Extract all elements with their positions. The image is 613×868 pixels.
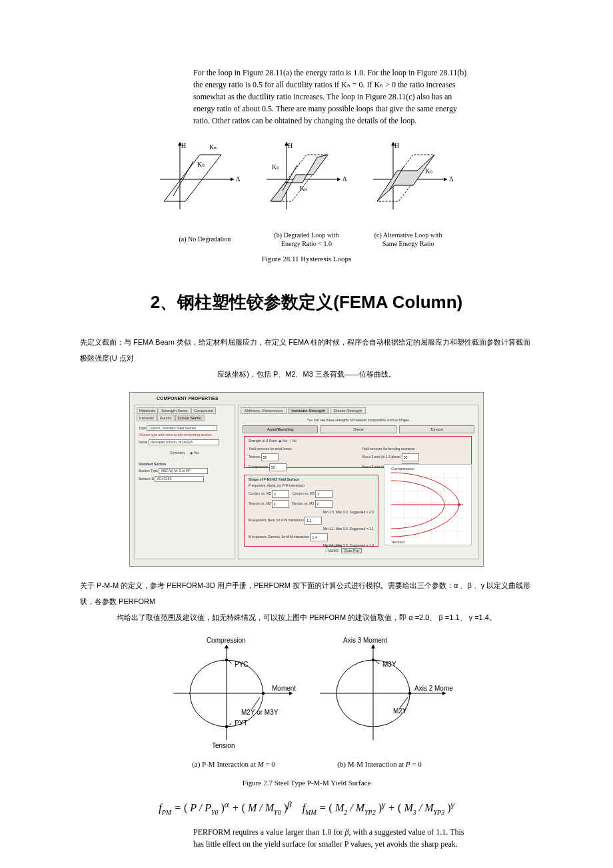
yield-bending-label: Yield stresses for bending moments : bbox=[362, 447, 467, 451]
tm3-input[interactable] bbox=[315, 500, 332, 508]
cm2-input[interactable] bbox=[272, 490, 289, 498]
svg-text:Axis 2 Moment: Axis 2 Moment bbox=[414, 685, 453, 692]
hint-text: You can use these strengths for inelasti… bbox=[243, 418, 474, 423]
beta-hint: Min 1.1, Max 3.0, Suggested = 1.1 bbox=[249, 527, 374, 531]
svg-text:PYC: PYC bbox=[235, 661, 249, 668]
section-2-heading: 2、钢柱塑性铰参数定义(FEMA Column) bbox=[80, 291, 533, 314]
tm2-input[interactable] bbox=[272, 500, 289, 508]
tab-strength-sects[interactable]: Strength Sects bbox=[159, 407, 190, 414]
yield-surface-svg: Compression PYC Moment M2Y or M3Y PYT Te… bbox=[160, 635, 453, 755]
tab-cross-sects[interactable]: Cross Sects. bbox=[175, 415, 205, 421]
alpha-hint: Min 1.5, Max 3.0, Suggested = 2.0 bbox=[249, 510, 374, 515]
section-type-dropdown[interactable]: AISC W, M, S or HP bbox=[159, 468, 208, 474]
symmetry-label: Symmetry bbox=[170, 451, 185, 455]
svg-text:Compression: Compression bbox=[207, 637, 246, 644]
gamma-label: M exponent, Gamma, for M-M interaction bbox=[249, 535, 309, 539]
type-label: Type bbox=[139, 426, 146, 430]
svg-text:Axis 3 Moment: Axis 3 Moment bbox=[343, 637, 387, 644]
svg-point-39 bbox=[225, 725, 228, 728]
yield-axial-label: Yield stresses for axial forces : bbox=[249, 447, 354, 451]
radio-pm[interactable]: P/M2/M3 bbox=[328, 544, 342, 548]
beta-label: M exponent, Beta, for P-M interaction bbox=[249, 518, 304, 522]
svg-text:H: H bbox=[288, 142, 293, 149]
dialog-right-panel: Stiffness, Dimensions Inelastic Strength… bbox=[238, 405, 479, 559]
btn-torsion[interactable]: Torsion bbox=[399, 425, 474, 433]
svg-line-46 bbox=[252, 697, 260, 709]
svg-text:M2Y: M2Y bbox=[393, 707, 407, 715]
btn-axial-bending[interactable]: Axial/Bending bbox=[243, 425, 318, 433]
cm3-input[interactable] bbox=[315, 490, 332, 498]
svg-point-40 bbox=[262, 692, 265, 695]
svg-text:M2Y or M3Y: M2Y or M3Y bbox=[241, 709, 279, 716]
svg-point-32 bbox=[458, 503, 460, 506]
svg-text:Δ: Δ bbox=[342, 175, 347, 183]
tab-materials[interactable]: Materials bbox=[137, 407, 158, 414]
svg-text:Kₕ: Kₕ bbox=[300, 185, 307, 192]
closing-paragraph: PERFORM requires a value larger than 1.0… bbox=[193, 826, 473, 850]
section-id-dropdown[interactable]: W14X193 bbox=[155, 476, 204, 482]
gamma-input[interactable] bbox=[310, 533, 328, 541]
svg-text:H: H bbox=[181, 142, 186, 149]
name-dropdown[interactable]: Perimeter column, W14x193 bbox=[149, 439, 219, 445]
svg-text:Compression: Compression bbox=[391, 467, 414, 471]
intro-paragraph: For the loop in Figure 28.11(a) the ener… bbox=[193, 67, 473, 127]
tab-compound[interactable]: Compound bbox=[191, 407, 216, 414]
svg-text:H: H bbox=[394, 142, 399, 149]
figure-28-11: H Δ K₀ Kₕ H Δ K₀ Kₕ bbox=[80, 136, 533, 264]
svg-text:K₀: K₀ bbox=[272, 163, 279, 171]
section-type-label: Section Type bbox=[139, 469, 158, 473]
strength-u-label: Strength at U Point ◉ Yes ○ No bbox=[249, 439, 467, 443]
std-section-header: Standard Section bbox=[139, 462, 231, 467]
para-2b: 应纵坐标)，包括 P、M2、M3 三条荷载——位移曲线。 bbox=[80, 366, 533, 382]
fig2-7-sub-b: (b) M-M Interaction at P = 0 bbox=[337, 760, 422, 768]
svg-text:K₀: K₀ bbox=[197, 161, 205, 168]
tension-input[interactable] bbox=[261, 453, 279, 461]
svg-point-54 bbox=[408, 692, 411, 695]
tab-elastic[interactable]: Elastic bbox=[157, 415, 175, 421]
tab-stiffness[interactable]: Stiffness, Dimensions bbox=[241, 407, 287, 414]
dialog-left-panel: Materials Strength Sects Compound Inelas… bbox=[134, 405, 235, 559]
tab-inelastic[interactable]: Inelastic bbox=[137, 415, 157, 421]
svg-text:Tension: Tension bbox=[212, 742, 235, 749]
radio-mm[interactable]: M2/M3 bbox=[328, 549, 338, 553]
name-label: Name bbox=[139, 440, 147, 444]
svg-line-4 bbox=[173, 161, 193, 196]
tab-elastic-strength[interactable]: Elastic Strength bbox=[330, 407, 366, 414]
beta-input[interactable] bbox=[305, 517, 322, 525]
para-3a: 关于 P-M-M 的定义，参考 PERFORM-3D 用户手册，PERFORM … bbox=[80, 577, 533, 609]
component-properties-dialog: COMPONENT PROPERTIES Materials Strength … bbox=[129, 392, 484, 567]
formula-pmm: fPM = ( P / PY0 )α + ( M / MY0 )β fMM = … bbox=[80, 799, 533, 817]
svg-text:M3Y: M3Y bbox=[382, 661, 396, 668]
fig2-7-caption: Figure 2.7 Steel Type P-M-M Yield Surfac… bbox=[80, 778, 533, 788]
hysteresis-loops-svg: H Δ K₀ Kₕ H Δ K₀ Kₕ bbox=[153, 136, 460, 229]
m2-input[interactable] bbox=[402, 453, 419, 461]
close-plot-button[interactable]: Close Plot bbox=[341, 548, 362, 553]
dialog-title: COMPONENT PROPERTIES bbox=[157, 395, 219, 401]
symmetry-yes[interactable]: Yes bbox=[194, 451, 199, 455]
svg-point-38 bbox=[225, 659, 228, 661]
fig2-7-sub-a: (a) P-M Interaction at M = 0 bbox=[192, 760, 275, 768]
choose-hint: Choose type and name to edit an existing… bbox=[139, 433, 231, 437]
pm-plot: Compression Tension bbox=[384, 464, 472, 545]
btn-shear[interactable]: Shear bbox=[320, 425, 396, 433]
svg-text:K₀: K₀ bbox=[425, 167, 432, 175]
svg-text:Moment: Moment bbox=[272, 685, 296, 692]
tab-inelastic-strength[interactable]: Inelastic Strength bbox=[288, 407, 329, 414]
section-id-label: Section ID bbox=[139, 477, 154, 481]
fig28-11-caption: Figure 28.11 Hysteresis Loops bbox=[80, 254, 533, 264]
svg-point-53 bbox=[372, 659, 374, 661]
figure-2-7: Compression PYC Moment M2Y or M3Y PYT Te… bbox=[80, 635, 533, 788]
shape-header: Shape of P-M2-M3 Yield Surface bbox=[249, 477, 374, 482]
svg-text:Δ: Δ bbox=[236, 175, 241, 183]
compression-input[interactable] bbox=[269, 463, 287, 471]
para-2a: 先定义截面：与 FEMA Beam 类似，给定材料屈服应力，在定义 FEMA 柱… bbox=[80, 334, 533, 366]
svg-line-60 bbox=[400, 697, 408, 708]
svg-text:Δ: Δ bbox=[449, 175, 454, 183]
fig28-11-subcaptions: (a) No Degradation (b) Degraded Loop wit… bbox=[155, 231, 458, 249]
svg-text:Kₕ: Kₕ bbox=[209, 143, 217, 151]
svg-text:Tension: Tension bbox=[391, 540, 405, 544]
type-dropdown[interactable]: Column, Standard Steel Section bbox=[147, 425, 217, 431]
para-3b: 均给出了取值范围及建议值，如无特殊情况，可以按上图中 PERFORM 的建议值取… bbox=[80, 609, 533, 625]
alpha-label: P exponent, Alpha, for P-M interaction bbox=[249, 483, 374, 488]
svg-text:PYT: PYT bbox=[235, 719, 247, 727]
